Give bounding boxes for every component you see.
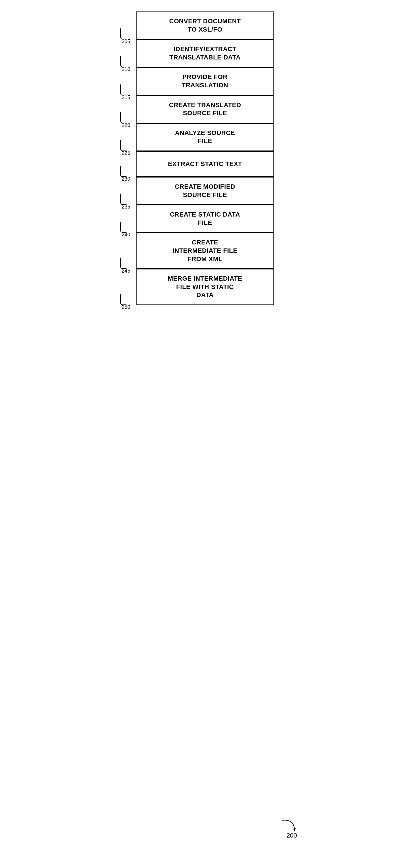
flow-item-230: 230 EXTRACT STATIC TEXT: [105, 151, 305, 177]
step-number-250: 250: [122, 304, 130, 310]
step-wrapper-245: 245 CREATEINTERMEDIATE FILEFROM XML: [105, 232, 305, 269]
flow-item-225: 225 ANALYZE SOURCEFILE: [105, 123, 305, 151]
flowchart-diagram: 205 CONVERT DOCUMENTTO XSL/FO 210 IDENTI…: [105, 6, 305, 862]
flow-item-205: 205 CONVERT DOCUMENTTO XSL/FO: [105, 11, 305, 39]
bracket-210: [120, 56, 126, 67]
step-wrapper-205: 205 CONVERT DOCUMENTTO XSL/FO: [105, 11, 305, 39]
flow-item-220: 220 CREATE TRANSLATEDSOURCE FILE: [105, 95, 305, 123]
diagram-number: 200: [286, 832, 297, 839]
step-box-230: EXTRACT STATIC TEXT: [136, 151, 274, 177]
step-wrapper-220: 220 CREATE TRANSLATEDSOURCE FILE: [105, 95, 305, 123]
bracket-235: [120, 194, 126, 205]
step-box-240: CREATE STATIC DATAFILE: [136, 205, 274, 232]
bracket-225: [120, 140, 126, 151]
step-box-215: PROVIDE FORTRANSLATION: [136, 67, 274, 95]
step-wrapper-225: 225 ANALYZE SOURCEFILE: [105, 123, 305, 151]
flow-item-210: 210 IDENTIFY/EXTRACTTRANSLATABLE DATA: [105, 39, 305, 67]
diagram-label: 200: [280, 817, 297, 839]
flow-item-240: 240 CREATE STATIC DATAFILE: [105, 205, 305, 232]
step-wrapper-210: 210 IDENTIFY/EXTRACTTRANSLATABLE DATA: [105, 39, 305, 67]
bracket-215: [120, 85, 126, 95]
step-box-225: ANALYZE SOURCEFILE: [136, 123, 274, 151]
step-wrapper-230: 230 EXTRACT STATIC TEXT: [105, 151, 305, 177]
step-box-245: CREATEINTERMEDIATE FILEFROM XML: [136, 232, 274, 269]
step-wrapper-215: 215 PROVIDE FORTRANSLATION: [105, 67, 305, 95]
bracket-230: [120, 166, 126, 177]
step-wrapper-240: 240 CREATE STATIC DATAFILE: [105, 205, 305, 232]
step-wrapper-250: 250 MERGE INTERMEDIATEFILE WITH STATICDA…: [105, 269, 305, 305]
bracket-240: [120, 222, 126, 232]
curved-arrow-icon: [280, 817, 297, 832]
step-box-220: CREATE TRANSLATEDSOURCE FILE: [136, 95, 274, 123]
step-box-205: CONVERT DOCUMENTTO XSL/FO: [136, 11, 274, 39]
flow-item-245: 245 CREATEINTERMEDIATE FILEFROM XML: [105, 232, 305, 269]
bracket-220: [120, 112, 126, 123]
step-box-235: CREATE MODIFIEDSOURCE FILE: [136, 177, 274, 205]
bracket-205: [120, 28, 126, 39]
bracket-250: [120, 294, 126, 305]
bracket-245: [120, 258, 126, 269]
step-box-250: MERGE INTERMEDIATEFILE WITH STATICDATA: [136, 269, 274, 305]
flow-item-215: 215 PROVIDE FORTRANSLATION: [105, 67, 305, 95]
flow-item-250: 250 MERGE INTERMEDIATEFILE WITH STATICDA…: [105, 269, 305, 305]
step-wrapper-235: 235 CREATE MODIFIEDSOURCE FILE: [105, 177, 305, 205]
step-box-210: IDENTIFY/EXTRACTTRANSLATABLE DATA: [136, 39, 274, 67]
flow-item-235: 235 CREATE MODIFIEDSOURCE FILE: [105, 177, 305, 205]
